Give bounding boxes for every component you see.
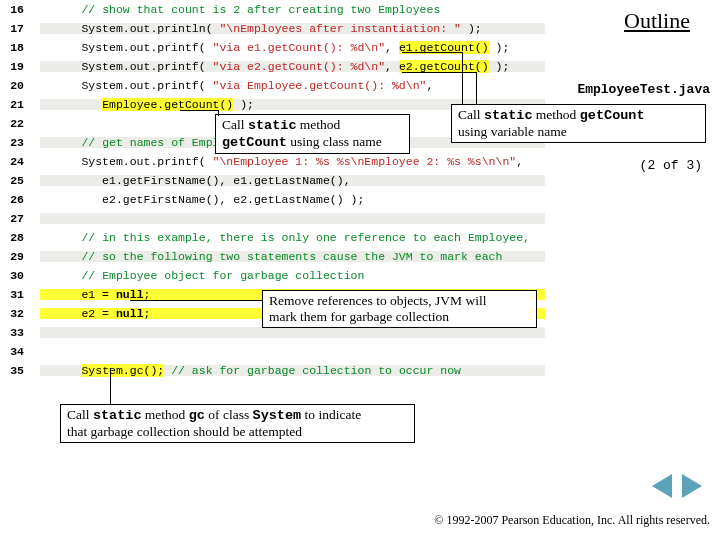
leader-line	[110, 368, 111, 404]
line-number: 20	[0, 80, 30, 92]
code-text	[30, 327, 545, 339]
line-number: 34	[0, 346, 30, 358]
callout-variable-name: Call static method getCount using variab…	[451, 104, 706, 143]
code-line: 34	[0, 342, 560, 361]
code-text: // in this example, there is only one re…	[30, 232, 530, 244]
code-line: 27	[0, 209, 560, 228]
code-text: System.out.printf( "via Employee.getCoun…	[30, 80, 433, 92]
outline-title: Outline	[624, 8, 690, 34]
line-number: 29	[0, 251, 30, 263]
code-text: System.gc(); // ask for garbage collecti…	[30, 365, 545, 377]
leader-line	[476, 72, 477, 104]
code-line: 28 // in this example, there is only one…	[0, 228, 560, 247]
pager-label: (2 of 3)	[640, 158, 702, 173]
code-text: e2.getFirstName(), e2.getLastName() );	[30, 194, 364, 206]
line-number: 35	[0, 365, 30, 377]
leader-line	[130, 300, 262, 301]
code-text: System.out.printf( "\nEmployee 1: %s %s\…	[30, 156, 523, 168]
code-line: 29 // so the following two statements ca…	[0, 247, 560, 266]
line-number: 27	[0, 213, 30, 225]
code-text: System.out.printf( "via e2.getCount(): %…	[30, 61, 545, 73]
code-line: 17 System.out.println( "\nEmployees afte…	[0, 19, 560, 38]
code-text	[30, 213, 545, 225]
code-line: 24 System.out.printf( "\nEmployee 1: %s …	[0, 152, 560, 171]
prev-slide-button[interactable]	[652, 474, 672, 498]
code-line: 25 e1.getFirstName(), e1.getLastName(),	[0, 171, 560, 190]
leader-line	[218, 110, 219, 116]
leader-line	[402, 72, 476, 73]
code-line: 18 System.out.printf( "via e1.getCount()…	[0, 38, 560, 57]
code-line: 16 // show that count is 2 after creatin…	[0, 0, 560, 19]
code-text: System.out.println( "\nEmployees after i…	[30, 23, 545, 35]
code-text: // so the following two statements cause…	[30, 251, 545, 263]
line-number: 16	[0, 4, 30, 16]
line-number: 33	[0, 327, 30, 339]
line-number: 17	[0, 23, 30, 35]
code-line: 35 System.gc(); // ask for garbage colle…	[0, 361, 560, 380]
code-text: // Employee object for garbage collectio…	[30, 270, 364, 282]
leader-line	[402, 52, 462, 53]
line-number: 25	[0, 175, 30, 187]
leader-line	[462, 52, 463, 104]
next-slide-button[interactable]	[682, 474, 702, 498]
code-text: // show that count is 2 after creating t…	[30, 4, 440, 16]
line-number: 23	[0, 137, 30, 149]
line-number: 30	[0, 270, 30, 282]
callout-class-name: Call static method getCount using class …	[215, 114, 410, 154]
line-number: 32	[0, 308, 30, 320]
line-number: 24	[0, 156, 30, 168]
code-line: 30 // Employee object for garbage collec…	[0, 266, 560, 285]
file-label: EmployeeTest.java	[577, 82, 710, 97]
line-number: 28	[0, 232, 30, 244]
code-line: 26 e2.getFirstName(), e2.getLastName() )…	[0, 190, 560, 209]
code-text: e1.getFirstName(), e1.getLastName(),	[30, 175, 545, 187]
nav-controls	[652, 474, 702, 498]
line-number: 21	[0, 99, 30, 111]
callout-system-gc: Call static method gc of class System to…	[60, 404, 415, 443]
line-number: 18	[0, 42, 30, 54]
line-number: 19	[0, 61, 30, 73]
line-number: 26	[0, 194, 30, 206]
leader-line	[180, 110, 218, 111]
line-number: 22	[0, 118, 30, 130]
copyright-text: © 1992-2007 Pearson Education, Inc. All …	[434, 513, 710, 528]
callout-remove-refs: Remove references to objects, JVM will m…	[262, 290, 537, 328]
line-number: 31	[0, 289, 30, 301]
